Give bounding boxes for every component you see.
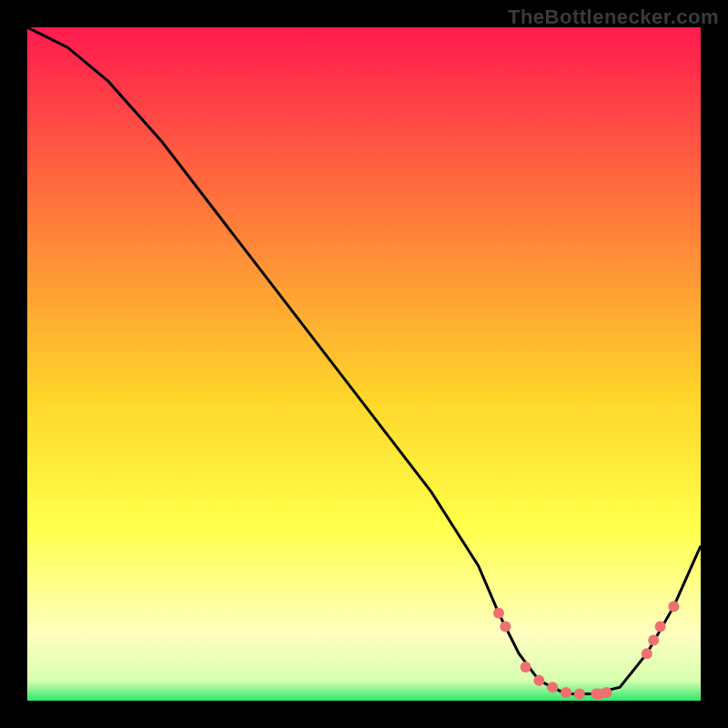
highlight-marker: [500, 622, 511, 632]
highlight-marker: [668, 601, 679, 612]
highlight-marker: [642, 648, 652, 659]
highlight-marker: [547, 682, 558, 693]
highlight-marker: [574, 689, 585, 700]
plot-area: [27, 27, 701, 701]
highlight-marker: [533, 675, 544, 686]
highlight-marker: [493, 608, 504, 619]
chart-stage: TheBottlenecker.com: [0, 0, 728, 728]
highlight-marker: [648, 634, 659, 645]
attribution-text: TheBottlenecker.com: [508, 5, 719, 29]
gradient-background: [27, 27, 701, 701]
highlight-marker: [601, 687, 612, 698]
highlight-marker: [655, 622, 666, 632]
chart-svg: [27, 27, 701, 701]
highlight-marker: [521, 662, 531, 672]
highlight-marker: [561, 687, 571, 698]
